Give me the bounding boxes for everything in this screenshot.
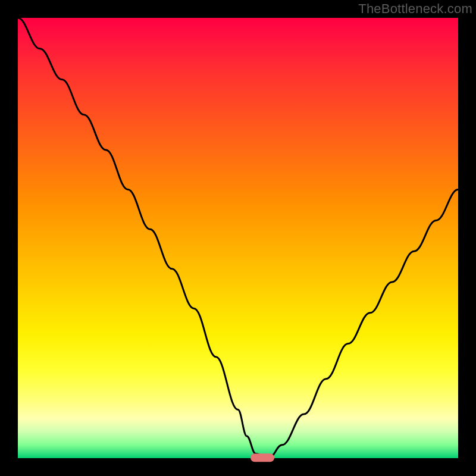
chart-background-gradient bbox=[18, 18, 458, 458]
chart-area bbox=[18, 18, 458, 458]
watermark-text: TheBottleneck.com bbox=[358, 1, 472, 17]
optimum-marker bbox=[250, 453, 274, 462]
